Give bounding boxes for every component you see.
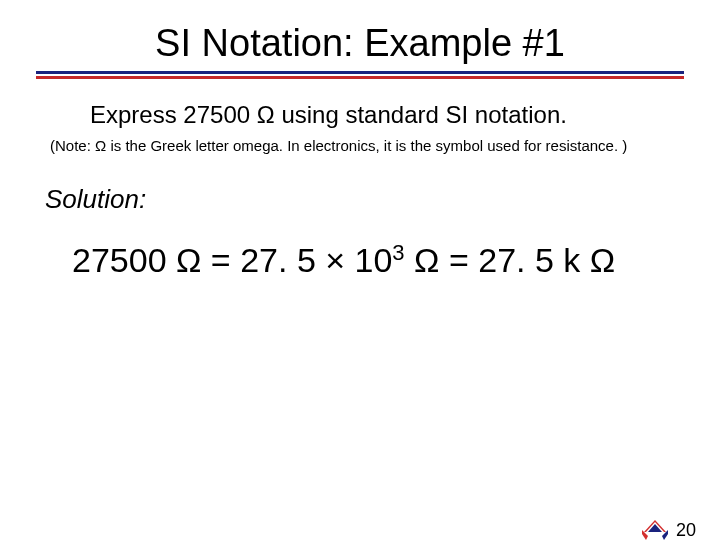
omega-symbol: Ω bbox=[257, 101, 275, 128]
note-after: is the Greek letter omega. In electronic… bbox=[106, 137, 627, 154]
page-title: SI Notation: Example #1 bbox=[0, 22, 720, 65]
omega-symbol: Ω bbox=[590, 241, 615, 279]
eq-exponent: 3 bbox=[392, 240, 404, 265]
rule-blue bbox=[36, 71, 684, 74]
omega-symbol: Ω bbox=[414, 241, 439, 279]
omega-symbol: Ω bbox=[95, 137, 106, 154]
prompt-text-before: Express 27500 bbox=[90, 101, 257, 128]
eq-part-a: 27500 bbox=[72, 241, 176, 279]
page-number: 20 bbox=[676, 520, 696, 541]
logo-icon bbox=[642, 518, 668, 540]
solution-label: Solution: bbox=[45, 184, 720, 215]
slide: SI Notation: Example #1 Express 27500 Ω … bbox=[0, 22, 720, 540]
rule-red bbox=[36, 76, 684, 79]
eq-part-b: = 27. 5 × 10 bbox=[201, 241, 392, 279]
footer: 20 bbox=[642, 518, 696, 540]
solution-equation: 27500 Ω = 27. 5 × 103 Ω = 27. 5 k Ω bbox=[72, 241, 720, 280]
omega-symbol: Ω bbox=[176, 241, 201, 279]
title-underline bbox=[36, 71, 684, 79]
prompt-text-after: using standard SI notation. bbox=[275, 101, 567, 128]
eq-part-c bbox=[405, 241, 414, 279]
note-before: (Note: bbox=[50, 137, 95, 154]
note-text: (Note: Ω is the Greek letter omega. In e… bbox=[50, 137, 684, 154]
problem-statement: Express 27500 Ω using standard SI notati… bbox=[90, 101, 660, 129]
eq-part-d: = 27. 5 k bbox=[439, 241, 589, 279]
